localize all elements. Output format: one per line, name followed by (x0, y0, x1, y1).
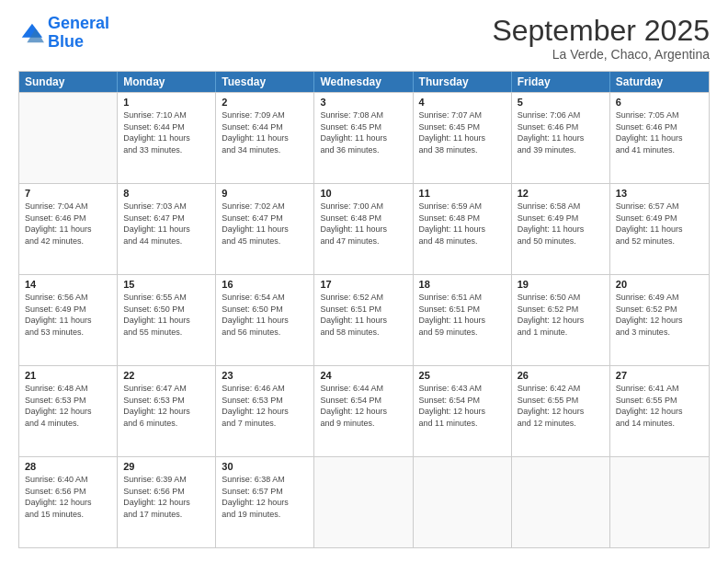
day-number-2: 2 (222, 97, 308, 108)
day-cell-22: 22Sunrise: 6:47 AM Sunset: 6:53 PM Dayli… (118, 366, 216, 456)
day-number-7: 7 (25, 188, 111, 199)
week-row-5: 28Sunrise: 6:40 AM Sunset: 6:56 PM Dayli… (19, 456, 709, 547)
day-cell-24: 24Sunrise: 6:44 AM Sunset: 6:54 PM Dayli… (314, 366, 413, 456)
logo: General Blue (18, 15, 109, 52)
day-info-1: Sunrise: 7:10 AM Sunset: 6:44 PM Dayligh… (123, 109, 210, 155)
day-cell-25: 25Sunrise: 6:43 AM Sunset: 6:54 PM Dayli… (414, 366, 512, 456)
day-cell-28: 28Sunrise: 6:40 AM Sunset: 6:56 PM Dayli… (19, 457, 118, 547)
day-number-26: 26 (518, 370, 604, 381)
day-cell-1: 1Sunrise: 7:10 AM Sunset: 6:44 PM Daylig… (118, 93, 216, 183)
day-info-12: Sunrise: 6:58 AM Sunset: 6:49 PM Dayligh… (518, 201, 604, 247)
day-cell-8: 8Sunrise: 7:03 AM Sunset: 6:47 PM Daylig… (118, 184, 216, 274)
day-info-9: Sunrise: 7:02 AM Sunset: 6:47 PM Dayligh… (222, 201, 308, 247)
day-info-23: Sunrise: 6:46 AM Sunset: 6:53 PM Dayligh… (222, 383, 308, 429)
day-info-15: Sunrise: 6:55 AM Sunset: 6:50 PM Dayligh… (123, 292, 210, 338)
empty-cell-0-0 (19, 93, 118, 183)
day-info-27: Sunrise: 6:41 AM Sunset: 6:55 PM Dayligh… (616, 383, 703, 429)
day-cell-23: 23Sunrise: 6:46 AM Sunset: 6:53 PM Dayli… (216, 366, 314, 456)
day-number-28: 28 (25, 461, 111, 472)
week-row-3: 14Sunrise: 6:56 AM Sunset: 6:49 PM Dayli… (19, 274, 709, 365)
day-info-30: Sunrise: 6:38 AM Sunset: 6:57 PM Dayligh… (222, 474, 308, 520)
day-info-21: Sunrise: 6:48 AM Sunset: 6:53 PM Dayligh… (25, 383, 111, 429)
day-info-11: Sunrise: 6:59 AM Sunset: 6:48 PM Dayligh… (419, 201, 506, 247)
col-thursday: Thursday (414, 72, 512, 92)
day-info-20: Sunrise: 6:49 AM Sunset: 6:52 PM Dayligh… (616, 292, 703, 338)
day-cell-11: 11Sunrise: 6:59 AM Sunset: 6:48 PM Dayli… (414, 184, 512, 274)
day-number-22: 22 (123, 370, 210, 381)
col-wednesday: Wednesday (314, 72, 413, 92)
day-number-11: 11 (419, 188, 506, 199)
day-cell-9: 9Sunrise: 7:02 AM Sunset: 6:47 PM Daylig… (216, 184, 314, 274)
day-number-1: 1 (123, 97, 210, 108)
day-info-14: Sunrise: 6:56 AM Sunset: 6:49 PM Dayligh… (25, 292, 111, 338)
day-info-29: Sunrise: 6:39 AM Sunset: 6:56 PM Dayligh… (123, 474, 210, 520)
day-number-30: 30 (222, 461, 308, 472)
day-info-10: Sunrise: 7:00 AM Sunset: 6:48 PM Dayligh… (320, 201, 406, 247)
week-row-4: 21Sunrise: 6:48 AM Sunset: 6:53 PM Dayli… (19, 365, 709, 456)
day-cell-6: 6Sunrise: 7:05 AM Sunset: 6:46 PM Daylig… (610, 93, 709, 183)
day-info-4: Sunrise: 7:07 AM Sunset: 6:45 PM Dayligh… (419, 109, 506, 155)
day-number-5: 5 (518, 97, 604, 108)
day-number-8: 8 (123, 188, 210, 199)
col-monday: Monday (118, 72, 216, 92)
logo-icon (18, 20, 44, 46)
day-cell-30: 30Sunrise: 6:38 AM Sunset: 6:57 PM Dayli… (216, 457, 314, 547)
empty-cell-4-5 (512, 457, 610, 547)
week-row-1: 1Sunrise: 7:10 AM Sunset: 6:44 PM Daylig… (19, 92, 709, 183)
title-block: September 2025 La Verde, Chaco, Argentin… (492, 15, 710, 62)
day-info-22: Sunrise: 6:47 AM Sunset: 6:53 PM Dayligh… (123, 383, 210, 429)
empty-cell-4-4 (414, 457, 512, 547)
day-number-20: 20 (616, 279, 703, 290)
col-sunday: Sunday (19, 72, 118, 92)
day-info-3: Sunrise: 7:08 AM Sunset: 6:45 PM Dayligh… (320, 109, 406, 155)
day-cell-13: 13Sunrise: 6:57 AM Sunset: 6:49 PM Dayli… (610, 184, 709, 274)
day-number-23: 23 (222, 370, 308, 381)
day-number-16: 16 (222, 279, 308, 290)
day-info-16: Sunrise: 6:54 AM Sunset: 6:50 PM Dayligh… (222, 292, 308, 338)
day-number-19: 19 (518, 279, 604, 290)
day-cell-21: 21Sunrise: 6:48 AM Sunset: 6:53 PM Dayli… (19, 366, 118, 456)
day-number-13: 13 (616, 188, 703, 199)
day-info-17: Sunrise: 6:52 AM Sunset: 6:51 PM Dayligh… (320, 292, 406, 338)
day-number-3: 3 (320, 97, 406, 108)
day-number-10: 10 (320, 188, 406, 199)
header: General Blue September 2025 La Verde, Ch… (18, 15, 710, 62)
day-info-18: Sunrise: 6:51 AM Sunset: 6:51 PM Dayligh… (419, 292, 506, 338)
day-cell-4: 4Sunrise: 7:07 AM Sunset: 6:45 PM Daylig… (414, 93, 512, 183)
day-info-28: Sunrise: 6:40 AM Sunset: 6:56 PM Dayligh… (25, 474, 111, 520)
day-cell-12: 12Sunrise: 6:58 AM Sunset: 6:49 PM Dayli… (512, 184, 610, 274)
day-info-8: Sunrise: 7:03 AM Sunset: 6:47 PM Dayligh… (123, 201, 210, 247)
day-number-12: 12 (518, 188, 604, 199)
day-info-13: Sunrise: 6:57 AM Sunset: 6:49 PM Dayligh… (616, 201, 703, 247)
calendar-header: Sunday Monday Tuesday Wednesday Thursday… (19, 72, 709, 92)
day-cell-19: 19Sunrise: 6:50 AM Sunset: 6:52 PM Dayli… (512, 275, 610, 365)
day-cell-10: 10Sunrise: 7:00 AM Sunset: 6:48 PM Dayli… (314, 184, 413, 274)
day-info-26: Sunrise: 6:42 AM Sunset: 6:55 PM Dayligh… (518, 383, 604, 429)
week-row-2: 7Sunrise: 7:04 AM Sunset: 6:46 PM Daylig… (19, 183, 709, 274)
day-number-25: 25 (419, 370, 506, 381)
empty-cell-4-6 (610, 457, 709, 547)
day-cell-15: 15Sunrise: 6:55 AM Sunset: 6:50 PM Dayli… (118, 275, 216, 365)
location: La Verde, Chaco, Argentina (492, 47, 710, 62)
day-cell-26: 26Sunrise: 6:42 AM Sunset: 6:55 PM Dayli… (512, 366, 610, 456)
day-info-19: Sunrise: 6:50 AM Sunset: 6:52 PM Dayligh… (518, 292, 604, 338)
logo-text: General Blue (48, 15, 109, 52)
day-number-17: 17 (320, 279, 406, 290)
col-saturday: Saturday (610, 72, 709, 92)
day-cell-18: 18Sunrise: 6:51 AM Sunset: 6:51 PM Dayli… (414, 275, 512, 365)
day-cell-29: 29Sunrise: 6:39 AM Sunset: 6:56 PM Dayli… (118, 457, 216, 547)
day-cell-14: 14Sunrise: 6:56 AM Sunset: 6:49 PM Dayli… (19, 275, 118, 365)
day-number-24: 24 (320, 370, 406, 381)
empty-cell-4-3 (314, 457, 413, 547)
day-number-4: 4 (419, 97, 506, 108)
day-cell-27: 27Sunrise: 6:41 AM Sunset: 6:55 PM Dayli… (610, 366, 709, 456)
day-cell-3: 3Sunrise: 7:08 AM Sunset: 6:45 PM Daylig… (314, 93, 413, 183)
day-info-2: Sunrise: 7:09 AM Sunset: 6:44 PM Dayligh… (222, 109, 308, 155)
day-cell-16: 16Sunrise: 6:54 AM Sunset: 6:50 PM Dayli… (216, 275, 314, 365)
col-friday: Friday (512, 72, 610, 92)
calendar: Sunday Monday Tuesday Wednesday Thursday… (18, 71, 710, 548)
day-number-18: 18 (419, 279, 506, 290)
calendar-body: 1Sunrise: 7:10 AM Sunset: 6:44 PM Daylig… (19, 92, 709, 547)
day-cell-2: 2Sunrise: 7:09 AM Sunset: 6:44 PM Daylig… (216, 93, 314, 183)
day-number-14: 14 (25, 279, 111, 290)
